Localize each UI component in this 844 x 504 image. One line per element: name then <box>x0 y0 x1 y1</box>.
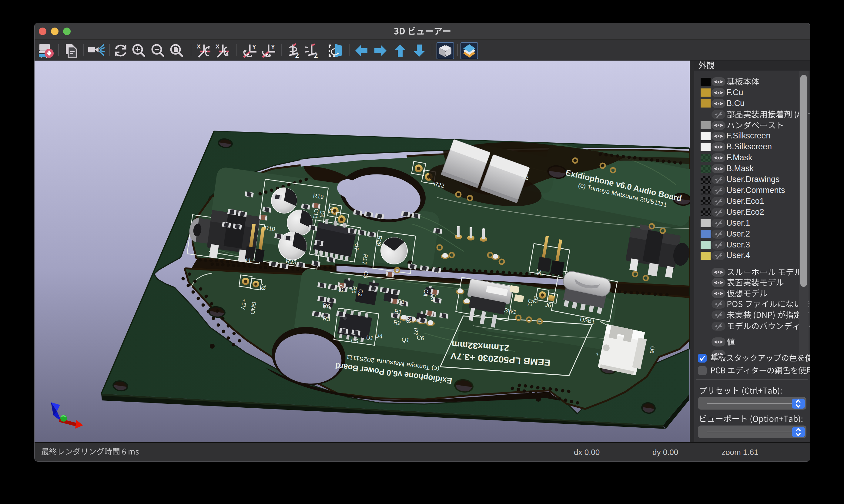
svg-text:J5: J5 <box>535 268 542 275</box>
svg-text:U4: U4 <box>375 332 383 340</box>
svg-text:C2: C2 <box>357 289 364 297</box>
svg-text:R5: R5 <box>351 286 358 294</box>
svg-text:U6: U6 <box>649 346 656 354</box>
svg-text:Y: Y <box>252 43 256 50</box>
svg-text:C9: C9 <box>362 270 369 278</box>
svg-text:R1: R1 <box>394 308 402 315</box>
svg-text:R6: R6 <box>322 302 330 309</box>
svg-text:Q1: Q1 <box>401 336 410 343</box>
svg-text:X: X <box>216 43 220 50</box>
svg-text:D2: D2 <box>532 295 539 304</box>
svg-text:Y: Y <box>271 43 275 50</box>
svg-text:R3: R3 <box>322 315 330 322</box>
svg-text:Z: Z <box>314 52 318 58</box>
svg-text:J2: J2 <box>522 174 529 181</box>
svg-text:U7: U7 <box>353 242 360 251</box>
svg-text:C1: C1 <box>397 298 405 305</box>
svg-text:U1: U1 <box>366 334 374 341</box>
svg-text:R2: R2 <box>393 319 401 326</box>
svg-text:C4: C4 <box>422 289 430 297</box>
svg-text:J6: J6 <box>545 301 551 309</box>
svg-text:D4: D4 <box>318 210 326 218</box>
svg-text:C5: C5 <box>350 337 359 344</box>
svg-text:C6: C6 <box>416 334 425 341</box>
svg-text:D3: D3 <box>430 293 437 302</box>
svg-text:J4: J4 <box>244 256 251 264</box>
svg-text:J3: J3 <box>260 284 267 290</box>
svg-text:R8: R8 <box>405 315 413 323</box>
svg-text:C3: C3 <box>338 284 345 293</box>
svg-text:Z: Z <box>295 52 299 58</box>
svg-text:X: X <box>197 43 201 50</box>
svg-text:D5: D5 <box>328 206 335 214</box>
